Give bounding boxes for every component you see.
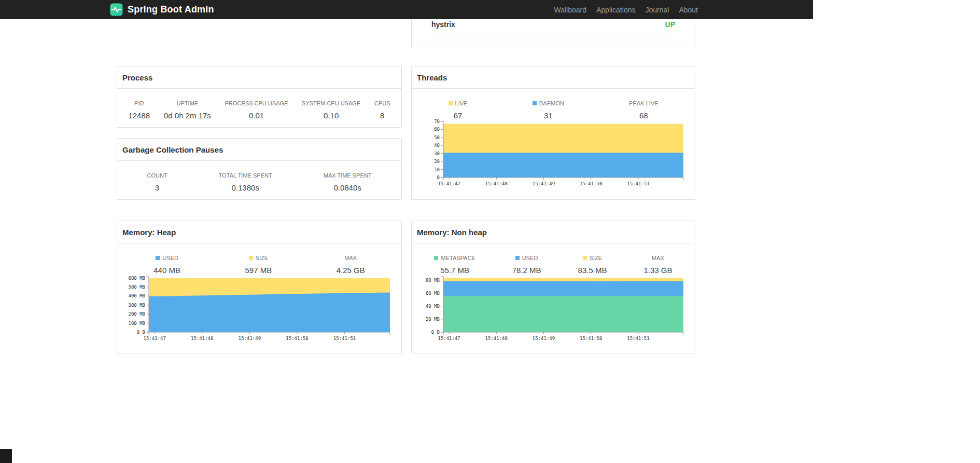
metric-label: LIVE xyxy=(449,100,468,106)
metric-value: 0.10 xyxy=(302,111,360,120)
svg-text:15:41:47: 15:41:47 xyxy=(438,336,460,341)
svg-text:600 MB: 600 MB xyxy=(128,276,145,281)
nav-link-applications[interactable]: Applications xyxy=(596,6,636,14)
svg-text:80 MB: 80 MB xyxy=(426,278,440,283)
metric-count: COUNT 3 xyxy=(144,172,171,192)
metric-value: 0.01 xyxy=(225,111,288,120)
metric-label: CPUS xyxy=(374,100,390,106)
metric-label-text: SIZE xyxy=(590,255,602,261)
metric-value: 0.1380s xyxy=(219,183,272,192)
svg-text:0 B: 0 B xyxy=(431,330,440,335)
svg-text:15:41:49: 15:41:49 xyxy=(239,336,261,341)
pulse-logo-icon xyxy=(110,3,123,16)
svg-text:20: 20 xyxy=(434,159,440,164)
svg-text:30: 30 xyxy=(434,151,440,156)
memory-nonheap-panel: Memory: Non heap METASPACE 55.7 MB USED … xyxy=(411,221,695,353)
process-metrics: PID 12488 UPTIME 0d 0h 2m 17s PROCESS CP… xyxy=(117,89,401,120)
metric-label-text: SIZE xyxy=(256,255,268,261)
metric-label: MAX xyxy=(337,255,365,261)
metric-label-text: METASPACE xyxy=(441,255,475,261)
top-navbar: Spring Boot Admin Wallboard Applications… xyxy=(0,0,813,19)
metric-label: USED xyxy=(512,255,541,261)
metric-label: DAEMON xyxy=(533,100,564,106)
svg-text:15:41:51: 15:41:51 xyxy=(627,336,649,341)
metric-label: METASPACE xyxy=(434,255,475,261)
brand-title: Spring Boot Admin xyxy=(128,4,214,15)
metric-system-cpu-usage: SYSTEM CPU USAGE 0.10 xyxy=(299,100,363,120)
threads-panel: Threads LIVE 67 DAEMON 31 PEAK LIVE 68 0… xyxy=(411,66,695,200)
svg-text:40: 40 xyxy=(434,143,440,148)
metric-total-time-spent: TOTAL TIME SPENT 0.1380s xyxy=(216,172,275,192)
metric-label: USED xyxy=(153,255,180,261)
svg-text:60: 60 xyxy=(434,127,440,132)
gc-panel-title: Garbage Collection Pauses xyxy=(117,139,401,161)
metric-label: SIZE xyxy=(245,255,272,261)
memory-heap-panel-title: Memory: Heap xyxy=(117,221,401,243)
health-item-name: hystrix xyxy=(431,20,455,29)
metric-process-cpu-usage: PROCESS CPU USAGE 0.01 xyxy=(222,100,291,120)
metric-label: UPTIME xyxy=(164,100,211,106)
metric-cpus: CPUS 8 xyxy=(371,100,394,120)
svg-text:15:41:47: 15:41:47 xyxy=(144,336,166,341)
metric-label: MAX TIME SPENT xyxy=(324,172,372,179)
metric-label: PEAK LIVE xyxy=(629,100,658,106)
svg-text:15:41:48: 15:41:48 xyxy=(485,336,508,341)
metric-value: 0d 0h 2m 17s xyxy=(164,111,211,120)
metric-label: SIZE xyxy=(578,255,607,261)
svg-text:15:41:49: 15:41:49 xyxy=(533,336,555,341)
process-panel-title: Process xyxy=(117,66,401,89)
nav-link-wallboard[interactable]: Wallboard xyxy=(554,6,586,14)
health-item-hystrix: hystrix UP xyxy=(431,20,675,33)
svg-text:10: 10 xyxy=(434,167,440,172)
memory-heap-panel: Memory: Heap USED 440 MB SIZE 597 MB MAX… xyxy=(117,221,402,353)
nav-link-about[interactable]: About xyxy=(679,6,698,14)
live-legend-swatch xyxy=(449,101,453,105)
metric-value: 8 xyxy=(374,111,390,120)
used-legend-swatch xyxy=(156,256,160,260)
svg-text:300 MB: 300 MB xyxy=(128,303,145,308)
svg-text:400 MB: 400 MB xyxy=(128,293,145,298)
svg-text:40 MB: 40 MB xyxy=(426,304,440,309)
svg-text:60 MB: 60 MB xyxy=(426,291,440,296)
svg-text:15:41:50: 15:41:50 xyxy=(286,336,308,341)
svg-text:15:41:48: 15:41:48 xyxy=(191,336,213,341)
svg-text:15:41:49: 15:41:49 xyxy=(533,181,555,186)
threads-chart: 01020304050607015:41:4715:41:4815:41:491… xyxy=(412,117,695,187)
metric-label: TOTAL TIME SPENT xyxy=(219,172,272,179)
nonheap-legend: METASPACE 55.7 MB USED 78.2 MB SIZE 83.5… xyxy=(412,243,695,275)
metric-label: PID xyxy=(128,100,150,106)
size-legend-swatch xyxy=(249,256,253,260)
metric-label-text: DAEMON xyxy=(539,100,564,106)
svg-text:100 MB: 100 MB xyxy=(128,321,145,326)
daemon-legend-swatch xyxy=(533,101,537,105)
metaspace-legend-swatch xyxy=(434,256,438,260)
svg-text:200 MB: 200 MB xyxy=(128,311,145,317)
gc-panel: Garbage Collection Pauses COUNT 3 TOTAL … xyxy=(117,138,402,200)
metric-label: PROCESS CPU USAGE xyxy=(225,100,288,106)
threads-legend: LIVE 67 DAEMON 31 PEAK LIVE 68 xyxy=(412,89,695,120)
metric-max-time-spent: MAX TIME SPENT 0.0840s xyxy=(320,172,375,192)
app-page: hystrix UP Spring Boot Admin Wallboard A… xyxy=(0,0,813,463)
threads-panel-title: Threads xyxy=(412,66,695,89)
brand[interactable]: Spring Boot Admin xyxy=(110,0,214,19)
svg-text:70: 70 xyxy=(434,119,440,124)
svg-text:15:41:47: 15:41:47 xyxy=(438,181,460,186)
svg-text:20 MB: 20 MB xyxy=(426,317,440,322)
metric-uptime: UPTIME 0d 0h 2m 17s xyxy=(161,100,214,120)
svg-text:15:41:50: 15:41:50 xyxy=(580,181,602,186)
svg-text:0 B: 0 B xyxy=(137,330,145,335)
metric-label-text: USED xyxy=(522,255,538,261)
nav-link-journal[interactable]: Journal xyxy=(645,6,669,14)
memory-nonheap-panel-title: Memory: Non heap xyxy=(412,221,695,243)
status-badge: UP xyxy=(665,20,675,29)
svg-text:15:41:48: 15:41:48 xyxy=(485,181,508,186)
svg-text:50: 50 xyxy=(434,135,440,140)
svg-text:15:41:51: 15:41:51 xyxy=(333,336,356,341)
svg-text:15:41:50: 15:41:50 xyxy=(580,336,602,341)
memory-nonheap-chart: 0 B20 MB40 MB60 MB80 MB15:41:4715:41:481… xyxy=(412,272,695,342)
metric-value: 3 xyxy=(147,183,167,192)
metric-label: COUNT xyxy=(147,172,167,179)
svg-text:500 MB: 500 MB xyxy=(128,284,145,290)
metric-value: 0.0840s xyxy=(324,183,372,192)
memory-heap-chart: 0 B100 MB200 MB300 MB400 MB500 MB600 MB1… xyxy=(117,272,401,342)
